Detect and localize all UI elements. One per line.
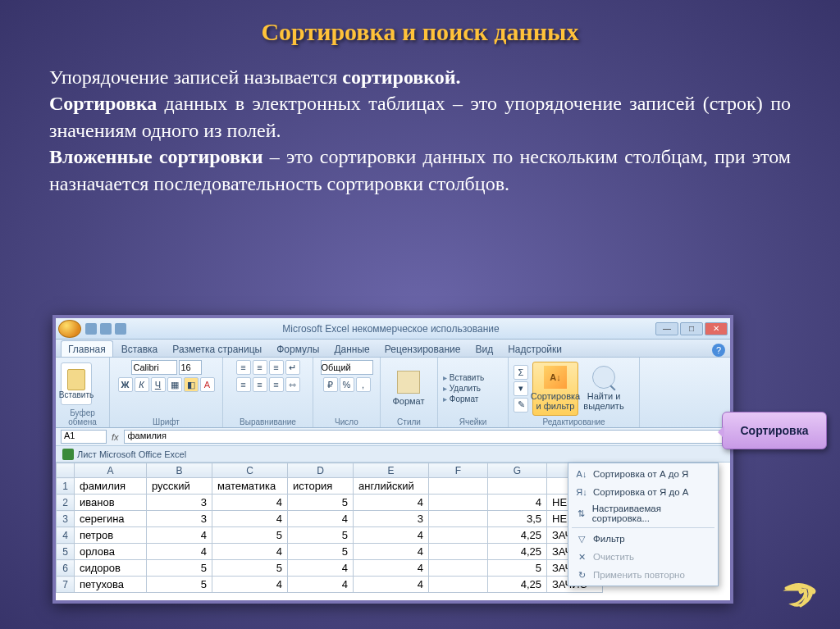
- tab-review[interactable]: Рецензирование: [378, 341, 468, 357]
- table-format-icon: [397, 371, 420, 394]
- tab-data[interactable]: Данные: [327, 341, 376, 357]
- excel-window: Microsoft Excel некоммерческое использов…: [52, 315, 733, 604]
- next-slide-arrow[interactable]: [781, 578, 820, 611]
- number-format-select[interactable]: [321, 360, 373, 375]
- maximize-button[interactable]: □: [680, 322, 703, 335]
- tab-formulas[interactable]: Формулы: [270, 341, 326, 357]
- clear-filter-icon: ✕: [575, 550, 588, 563]
- office-button[interactable]: [58, 320, 81, 338]
- menu-custom-sort[interactable]: ⇅Настраиваемая сортировка...: [568, 501, 718, 526]
- formula-input[interactable]: фамилия: [124, 430, 725, 444]
- group-number: Число: [318, 417, 375, 426]
- p1b: сортировкой.: [342, 66, 460, 88]
- align-right-icon[interactable]: ≡: [269, 377, 284, 392]
- table-row[interactable]: 7петухова54444,25ЗАЧИС: [57, 577, 603, 593]
- tab-page-layout[interactable]: Разметка страницы: [166, 341, 268, 357]
- tab-addins[interactable]: Надстройки: [501, 341, 568, 357]
- minimize-button[interactable]: —: [655, 322, 678, 335]
- sort-filter-menu: A↓Сортировка от А до Я Я↓Сортировка от Я…: [568, 463, 719, 586]
- slide-title: Сортировка и поиск данных: [49, 18, 791, 46]
- reapply-icon: ↻: [575, 568, 588, 581]
- tab-view[interactable]: Вид: [468, 341, 500, 357]
- group-font: Шрифт: [115, 417, 217, 426]
- fx-icon[interactable]: fx: [112, 432, 119, 442]
- tab-home[interactable]: Главная: [61, 340, 113, 357]
- window-title: Microsoft Excel некоммерческое использов…: [126, 323, 655, 335]
- cells-delete[interactable]: Удалить: [443, 384, 484, 393]
- callout-label: Сортировка: [722, 412, 827, 449]
- formula-bar: A1 fx фамилия: [56, 428, 730, 446]
- group-editing: Редактирование: [514, 417, 634, 426]
- find-select-button[interactable]: Найти и выделить: [581, 362, 627, 416]
- paste-button[interactable]: Вставить: [61, 362, 92, 405]
- align-left-icon[interactable]: ≡: [236, 377, 251, 392]
- fill-icon[interactable]: ▾: [514, 381, 528, 396]
- percent-icon[interactable]: %: [340, 377, 354, 392]
- cells-insert[interactable]: Вставить: [443, 373, 484, 382]
- font-size-input[interactable]: [179, 360, 202, 375]
- sort-az-icon: A↓: [575, 467, 588, 481]
- sort-filter-button[interactable]: A↓ Сортировка и фильтр: [532, 362, 578, 416]
- clear-icon[interactable]: ✎: [514, 398, 528, 412]
- column-headers[interactable]: ABC DEF GH: [57, 463, 603, 478]
- p3a: Вложенные сортировки: [49, 146, 263, 167]
- table-row[interactable]: 2иванов34544НЕ ЗАЧ: [57, 495, 603, 511]
- underline-button[interactable]: Ч: [151, 377, 166, 392]
- group-alignment: Выравнивание: [228, 417, 308, 426]
- wrap-text-icon[interactable]: ↵: [285, 360, 300, 375]
- close-button[interactable]: ✕: [705, 322, 728, 335]
- menu-clear[interactable]: ✕Очистить: [568, 548, 718, 566]
- group-styles: Стили: [386, 417, 432, 426]
- group-cells: Ячейки: [443, 417, 503, 426]
- sort-za-icon: Я↓: [575, 485, 588, 499]
- cells-format[interactable]: Формат: [443, 394, 484, 403]
- comma-icon[interactable]: ,: [356, 377, 371, 392]
- help-icon[interactable]: ?: [712, 344, 725, 357]
- align-bot-icon[interactable]: ≡: [269, 360, 284, 375]
- table-row[interactable]: 5орлова44544,25ЗАЧИС: [57, 544, 603, 560]
- autosum-icon[interactable]: Σ: [514, 365, 528, 380]
- excel-doc-icon: [62, 449, 74, 460]
- table-row[interactable]: 1фамилиярусскийматематикаисторияанглийск…: [57, 478, 603, 495]
- menu-sort-za[interactable]: Я↓Сортировка от Я до А: [568, 483, 718, 501]
- clipboard-icon: [67, 369, 85, 390]
- sort-filter-icon: A↓: [544, 366, 567, 389]
- currency-icon[interactable]: ₽: [323, 377, 338, 392]
- name-box[interactable]: A1: [61, 430, 107, 444]
- menu-filter[interactable]: ▽Фильтр: [568, 530, 718, 548]
- table-row[interactable]: 3серегина34433,5НЕ ЗАЧ: [57, 511, 603, 527]
- ribbon-tabs: Главная Вставка Разметка страницы Формул…: [56, 340, 730, 358]
- find-icon: [592, 366, 615, 389]
- bold-button[interactable]: Ж: [118, 377, 133, 392]
- slide-body: Упорядочение записей называется сортиров…: [49, 64, 791, 197]
- menu-sort-az[interactable]: A↓Сортировка от А до Я: [568, 465, 718, 483]
- font-color-button[interactable]: A: [200, 377, 215, 392]
- italic-button[interactable]: К: [135, 377, 149, 392]
- align-center-icon[interactable]: ≡: [253, 377, 267, 392]
- tab-insert[interactable]: Вставка: [115, 341, 165, 357]
- custom-sort-icon: ⇅: [575, 507, 587, 520]
- table-row[interactable]: 6сидоров55445ЗАЧИС: [57, 560, 603, 577]
- p2b: данных в электронных таблицах – это упор…: [49, 93, 791, 140]
- align-top-icon[interactable]: ≡: [236, 360, 251, 375]
- group-clipboard: Буфер обмена: [61, 408, 104, 426]
- border-button[interactable]: ▦: [167, 377, 182, 392]
- format-as-table-button[interactable]: Формат: [386, 362, 431, 416]
- worksheet-grid[interactable]: ABC DEF GH 1фамилиярусскийматематикаисто…: [56, 463, 730, 593]
- fill-color-button[interactable]: ◧: [184, 377, 199, 392]
- font-name-input[interactable]: [131, 360, 177, 375]
- document-tab[interactable]: Лист Microsoft Office Excel: [56, 446, 730, 463]
- align-mid-icon[interactable]: ≡: [253, 360, 267, 375]
- merge-icon[interactable]: ⇿: [285, 377, 300, 392]
- quick-access-toolbar[interactable]: [85, 323, 126, 335]
- ribbon: Вставить Буфер обмена Ж К Ч ▦ ◧ A: [56, 358, 730, 428]
- table-row[interactable]: 4петров45544,25ЗАЧИС: [57, 527, 603, 544]
- p1a: Упорядочение записей называется: [49, 66, 342, 88]
- filter-icon: ▽: [575, 532, 588, 545]
- title-bar: Microsoft Excel некоммерческое использов…: [56, 318, 730, 340]
- p2a: Сортировка: [49, 93, 157, 114]
- menu-reapply[interactable]: ↻Применить повторно: [568, 566, 718, 584]
